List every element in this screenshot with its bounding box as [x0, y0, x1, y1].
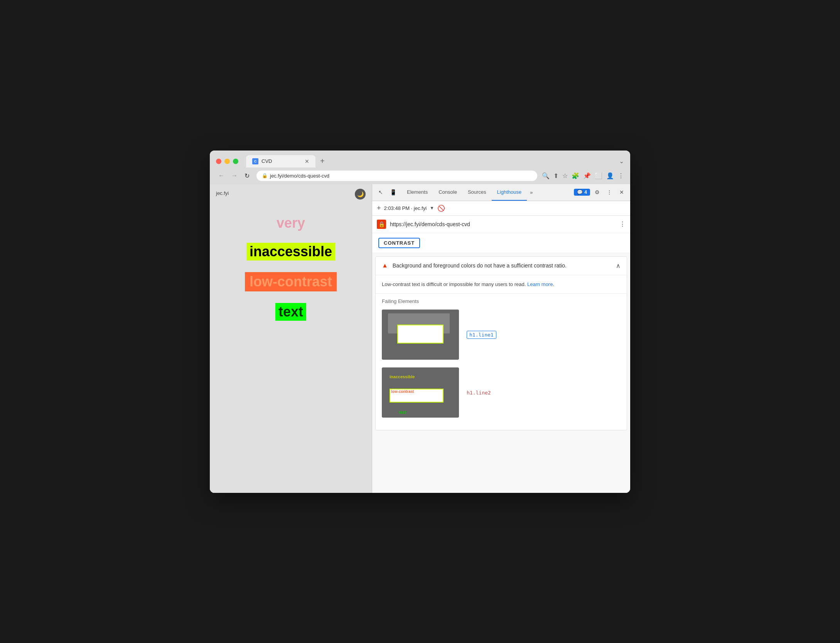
lighthouse-url-bar: 🔒 https://jec.fyi/demo/cds-quest-cvd ⋮ [372, 216, 630, 233]
failing-elements-title: Failing Elements [382, 298, 621, 304]
warning-icon: 🔒 [377, 220, 386, 229]
chat-icon: 💬 [577, 190, 583, 195]
devtools-toolbar: ↖ 📱 Elements Console Sources Lighthouse [372, 184, 630, 201]
lock-icon: 🔒 [262, 173, 268, 178]
search-icon[interactable]: 🔍 [542, 172, 550, 179]
settings-icon[interactable]: ⚙ [592, 187, 602, 198]
devtools-actions: 💬 4 ⚙ ⋮ ✕ [574, 187, 627, 198]
active-tab[interactable]: C CVD ✕ [246, 155, 315, 168]
word-very: very [277, 215, 305, 231]
audit-header: ▲ Background and foreground colors do no… [376, 257, 627, 275]
address-bar: ← → ↻ 🔒 jec.fyi/demo/cds-quest-cvd 🔍 ⬆ ☆… [210, 168, 630, 184]
traffic-lights [216, 159, 238, 164]
contrast-badge-area: CONTRAST [372, 233, 630, 253]
moon-icon: 🌙 [357, 191, 364, 197]
word-inaccessible: inaccessible [246, 243, 335, 261]
nav-buttons: ← → ↻ [216, 171, 252, 180]
new-session-button[interactable]: + [377, 204, 381, 212]
minimize-window-button[interactable] [224, 159, 230, 164]
device-toolbar-icon[interactable]: 📱 [388, 187, 398, 198]
maximize-window-button[interactable] [233, 159, 238, 164]
tab-close-button[interactable]: ✕ [305, 158, 309, 164]
learn-more-link[interactable]: Learn more [527, 281, 553, 287]
back-button[interactable]: ← [216, 171, 227, 180]
session-dropdown-icon[interactable]: ▼ [430, 205, 434, 211]
no-throttle-icon[interactable]: 🚫 [437, 205, 445, 212]
thumbnail-2: inaccessible low-contrast text [382, 367, 459, 418]
contrast-badge-label: CONTRAST [384, 240, 415, 246]
close-window-button[interactable] [216, 159, 221, 164]
session-bar: + 2:03:48 PM · jec.fyi ▼ 🚫 [372, 201, 630, 216]
reload-button[interactable]: ↻ [242, 171, 252, 180]
audit-collapse-button[interactable]: ∧ [616, 262, 621, 269]
browser-window: C CVD ✕ + ⌄ ← → ↻ 🔒 jec.fyi/demo/cds-que… [210, 151, 630, 493]
address-icons: 🔍 ⬆ ☆ 🧩 📌 ⬜ 👤 ⋮ [542, 172, 624, 179]
menu-icon[interactable]: ⋮ [618, 172, 624, 179]
session-name: 2:03:48 PM · jec.fyi [384, 205, 427, 211]
thumbnail-text-text: text [399, 410, 407, 415]
word-text: text [275, 303, 306, 321]
bookmark-icon[interactable]: ☆ [562, 172, 568, 179]
address-text: jec.fyi/demo/cds-quest-cvd [270, 173, 532, 179]
notifications-badge[interactable]: 💬 4 [574, 189, 590, 196]
site-name: jec.fyi [216, 190, 229, 196]
tab-bar: C CVD ✕ + [246, 155, 614, 168]
tab-console[interactable]: Console [433, 184, 462, 201]
profile-icon[interactable]: 👤 [606, 172, 614, 179]
contrast-badge[interactable]: CONTRAST [378, 238, 420, 248]
audit-item: ▲ Background and foreground colors do no… [375, 256, 627, 431]
audit-description: Low-contrast text is difficult or imposs… [376, 275, 627, 294]
close-devtools-button[interactable]: ✕ [616, 187, 627, 198]
page-content: jec.fyi 🌙 very inaccessible low-contrast… [210, 184, 372, 493]
word-low-contrast: low-contrast [245, 272, 337, 291]
new-tab-button[interactable]: + [319, 155, 326, 167]
dark-mode-toggle[interactable]: 🌙 [355, 189, 366, 200]
audit-warning-icon: ▲ [382, 262, 388, 269]
tab-sources[interactable]: Sources [462, 184, 492, 201]
thumbnail-1 [382, 310, 459, 360]
tab-lighthouse[interactable]: Lighthouse [492, 184, 527, 201]
tab-title: CVD [261, 158, 272, 164]
failing-elements: Failing Elements h1 [376, 294, 627, 430]
title-bar: C CVD ✕ + ⌄ [210, 151, 630, 168]
devtools-panel: ↖ 📱 Elements Console Sources Lighthouse [372, 184, 630, 493]
extensions-icon[interactable]: 🧩 [572, 172, 579, 179]
failing-item-2: inaccessible low-contrast text h1.line2 [382, 367, 621, 418]
tab-dropdown-button[interactable]: ⌄ [619, 157, 624, 165]
thumbnail-text-inaccessible: inaccessible [390, 374, 415, 379]
lighthouse-url: https://jec.fyi/demo/cds-quest-cvd [390, 221, 616, 227]
lighthouse-panel: + 2:03:48 PM · jec.fyi ▼ 🚫 🔒 https://jec… [372, 201, 630, 493]
devtools-tabs: Elements Console Sources Lighthouse » [401, 184, 574, 201]
devtools-icons: ↖ 📱 [375, 187, 398, 198]
tab-favicon: C [252, 158, 258, 164]
share-icon[interactable]: ⬆ [553, 172, 558, 179]
sidebar-icon[interactable]: ⬜ [595, 172, 602, 179]
inspect-element-icon[interactable]: ↖ [375, 187, 386, 198]
badge-count: 4 [584, 190, 587, 195]
failing-item-1: h1.line1 [382, 310, 621, 360]
address-input[interactable]: 🔒 jec.fyi/demo/cds-quest-cvd [256, 171, 537, 181]
main-area: jec.fyi 🌙 very inaccessible low-contrast… [210, 184, 630, 493]
more-options-icon[interactable]: ⋮ [604, 187, 615, 198]
audit-title: Background and foreground colors do not … [393, 262, 611, 269]
element-1-tag[interactable]: h1.line1 [467, 331, 496, 339]
forward-button[interactable]: → [229, 171, 240, 180]
pin-icon[interactable]: 📌 [583, 172, 591, 179]
more-tabs-button[interactable]: » [527, 190, 536, 195]
thumbnail-text-low-contrast: low-contrast [391, 389, 414, 394]
element-2-tag[interactable]: h1.line2 [467, 390, 491, 396]
lighthouse-menu-button[interactable]: ⋮ [619, 220, 626, 228]
tab-elements[interactable]: Elements [401, 184, 433, 201]
